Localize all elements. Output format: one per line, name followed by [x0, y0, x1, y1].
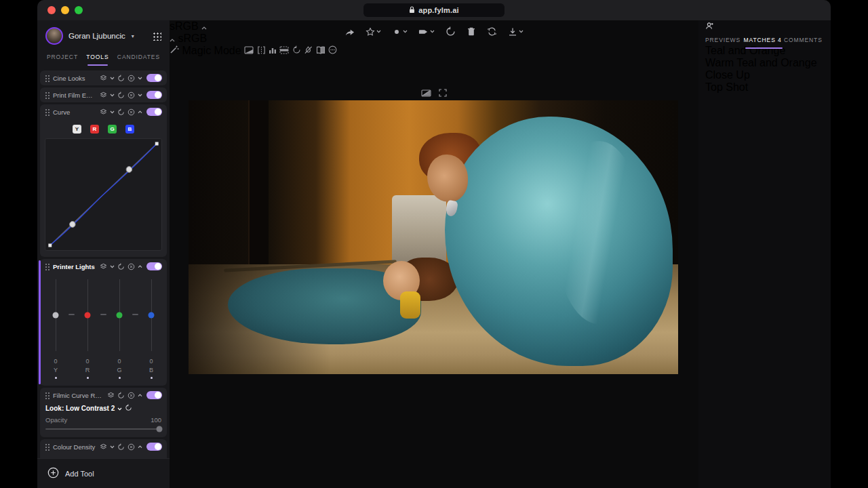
sync-button[interactable] [487, 26, 497, 37]
download-button[interactable] [508, 27, 524, 37]
remove-tool-icon[interactable] [127, 92, 135, 99]
tool-enabled-toggle[interactable] [146, 262, 162, 270]
tool-card-colour-density[interactable]: Colour Density Opacity 40 [40, 439, 167, 458]
address-bar[interactable]: app.fylm.ai [363, 3, 505, 17]
art-shape [427, 155, 468, 202]
remove-tool-icon[interactable] [127, 443, 135, 451]
tab-previews[interactable]: PREVIEWS [705, 37, 741, 49]
fit-frame-icon[interactable] [279, 45, 289, 56]
layers-icon[interactable] [100, 263, 107, 270]
tool-enabled-toggle[interactable] [146, 391, 162, 399]
reset-icon[interactable] [117, 443, 125, 451]
tab-tools[interactable]: TOOLS [86, 54, 108, 66]
tab-comments[interactable]: COMMENTS [784, 37, 823, 49]
apps-grid-icon[interactable] [153, 32, 161, 41]
tool-card-curve[interactable]: Curve Y R G B [40, 104, 167, 257]
chevron-down-icon[interactable] [110, 445, 115, 449]
slider-knob[interactable] [85, 312, 91, 319]
layers-icon[interactable] [100, 75, 107, 82]
tool-card-cine-looks[interactable]: Cine Looks [40, 70, 167, 85]
slider-knob[interactable] [156, 426, 162, 432]
layers-icon[interactable] [100, 108, 107, 116]
drag-handle-icon[interactable] [45, 443, 50, 451]
book-compare-icon[interactable] [316, 45, 326, 56]
drag-handle-icon[interactable] [45, 108, 50, 116]
chevron-up-icon[interactable] [138, 110, 142, 114]
slider-knob[interactable] [53, 312, 59, 319]
tab-candidates[interactable]: CANDIDATES [117, 54, 160, 66]
disable-effects-icon[interactable] [304, 45, 313, 56]
delete-button[interactable] [467, 26, 476, 37]
tool-enabled-toggle[interactable] [146, 74, 162, 82]
add-collaborator-button[interactable] [705, 20, 714, 32]
remove-tool-icon[interactable] [127, 392, 135, 399]
user-avatar[interactable] [45, 27, 63, 45]
minimize-window-button[interactable] [61, 6, 69, 14]
tool-enabled-toggle[interactable] [146, 108, 162, 116]
layers-icon[interactable] [100, 92, 107, 99]
tool-enabled-toggle[interactable] [146, 443, 162, 451]
printer-light-slider-r[interactable]: 0 R [78, 279, 97, 379]
printer-light-slider-g[interactable]: 0 G [110, 279, 129, 379]
rotate-icon[interactable] [292, 45, 301, 56]
slider-knob[interactable] [117, 312, 123, 319]
user-menu[interactable]: Goran Ljubuncic ▾ [45, 26, 161, 45]
chevron-up-icon[interactable] [138, 394, 142, 397]
chevron-down-icon[interactable] [138, 94, 142, 97]
drag-handle-icon[interactable] [45, 263, 50, 270]
tool-card-filmic-curve-response[interactable]: Filmic Curve Respo... Look: Low Contrast… [40, 388, 167, 437]
printer-light-slider-b[interactable]: 0 B [142, 279, 161, 379]
magic-mode-button[interactable]: Magic Mode [170, 45, 244, 56]
close-window-button[interactable] [47, 6, 56, 14]
printer-light-slider-y[interactable]: 0 Y [46, 279, 65, 379]
chevron-up-icon[interactable] [138, 445, 142, 449]
reset-icon[interactable] [117, 108, 125, 116]
reset-icon[interactable] [117, 92, 125, 99]
layers-icon[interactable] [100, 443, 107, 451]
drag-handle-icon[interactable] [45, 92, 50, 99]
channel-r-button[interactable]: R [90, 125, 99, 134]
chevron-down-icon[interactable] [110, 77, 115, 80]
fullscreen-icon[interactable] [439, 87, 447, 100]
reset-grade-button[interactable] [446, 26, 456, 37]
more-options-icon[interactable] [328, 45, 337, 56]
chevron-up-icon[interactable] [138, 265, 142, 268]
tool-card-print-film-emulation[interactable]: Print Film Emulation [40, 87, 167, 102]
tool-card-printer-lights[interactable]: Printer Lights 0 [40, 259, 167, 386]
zoom-window-button[interactable] [75, 6, 83, 14]
reset-icon[interactable] [117, 263, 125, 270]
tab-matches[interactable]: MATCHES 4 [744, 37, 784, 49]
remove-tool-icon[interactable] [127, 75, 135, 82]
look-selector[interactable]: Look: Low Contrast 2 [40, 403, 167, 413]
channel-y-button[interactable]: Y [73, 125, 81, 134]
remove-tool-icon[interactable] [127, 108, 135, 116]
chevron-down-icon[interactable] [138, 77, 142, 80]
slider-knob[interactable] [149, 312, 155, 319]
curve-editor[interactable] [45, 138, 162, 251]
reset-icon[interactable] [117, 75, 125, 82]
drag-handle-icon[interactable] [45, 75, 50, 82]
chevron-down-icon[interactable] [110, 94, 115, 97]
rating-star-button[interactable] [366, 27, 381, 37]
letterbox-icon[interactable] [421, 87, 431, 100]
split-compare-icon[interactable] [257, 45, 266, 56]
reset-look-icon[interactable] [125, 404, 132, 413]
opacity-slider[interactable] [45, 428, 161, 430]
main-image[interactable] [189, 100, 678, 374]
tag-button[interactable] [418, 27, 435, 37]
layers-icon[interactable] [107, 392, 115, 399]
tab-project[interactable]: PROJECT [47, 54, 78, 66]
tool-enabled-toggle[interactable] [146, 91, 162, 99]
channel-g-button[interactable]: G [108, 125, 117, 134]
histogram-icon[interactable] [269, 45, 277, 56]
remove-tool-icon[interactable] [127, 263, 135, 270]
add-tool-button[interactable]: Add Tool [37, 458, 170, 488]
share-button[interactable] [344, 27, 355, 37]
drag-handle-icon[interactable] [45, 392, 50, 399]
color-label-button[interactable] [392, 27, 408, 37]
reset-icon[interactable] [117, 392, 125, 399]
chevron-down-icon[interactable] [110, 265, 115, 268]
channel-b-button[interactable]: B [125, 125, 134, 134]
image-adjust-icon[interactable] [244, 45, 254, 56]
chevron-down-icon[interactable] [110, 110, 115, 114]
